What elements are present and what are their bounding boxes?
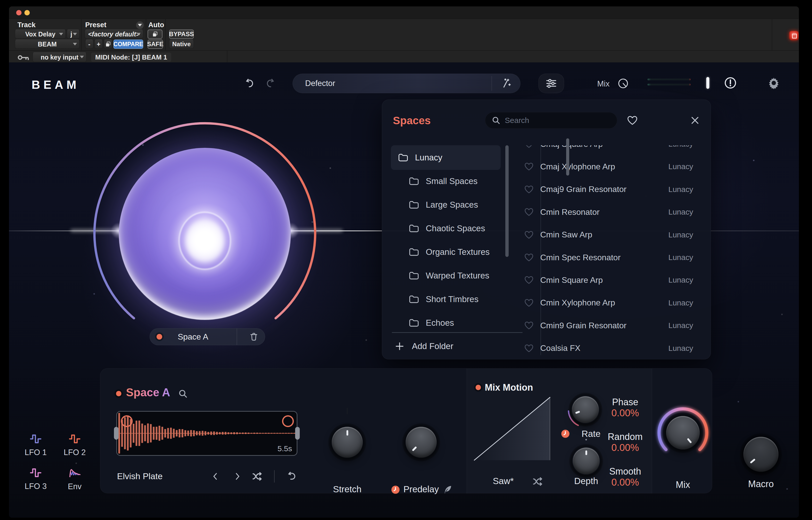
macro-knob[interactable]: [743, 437, 778, 472]
lfo3-button[interactable]: LFO 3: [17, 464, 55, 495]
preset-item[interactable]: Cmaj Square ArpLunacy: [521, 145, 708, 155]
plugin-selector[interactable]: BEAM: [15, 40, 80, 49]
lfo2-button[interactable]: LFO 2: [55, 430, 94, 461]
waveform-start-handle[interactable]: [121, 415, 133, 427]
folder-item-organic-textures[interactable]: Organic Textures: [391, 240, 501, 264]
random-value[interactable]: 0.00%: [587, 442, 664, 453]
automation-button[interactable]: [148, 29, 162, 39]
close-window-button[interactable]: [16, 10, 22, 16]
next-preset-button[interactable]: +: [95, 40, 103, 49]
space-search-button[interactable]: [176, 387, 190, 401]
delete-space-button[interactable]: [242, 329, 265, 345]
preset-wand-button[interactable]: [498, 78, 514, 90]
search-input[interactable]: [505, 116, 607, 125]
lfo-wave-display[interactable]: [472, 395, 552, 463]
previous-impulse-button[interactable]: [208, 469, 222, 484]
track-selector[interactable]: Vox Delay: [15, 29, 66, 39]
folder-icon: [408, 294, 420, 305]
envelope-icon: [66, 467, 83, 478]
folder-item-small-spaces[interactable]: Small Spaces: [391, 169, 501, 193]
folder-item-echoes[interactable]: Echoes: [391, 311, 501, 335]
output-meter-right: [648, 84, 690, 85]
mix-label: Mix: [657, 479, 709, 490]
heart-icon[interactable]: [524, 161, 534, 172]
copy-settings-button[interactable]: [104, 40, 112, 49]
bypass-button[interactable]: BYPASS: [169, 29, 194, 39]
randomize-wave-button[interactable]: [530, 474, 546, 489]
preset-item[interactable]: Cmin9 Grain ResonatorLunacy: [521, 314, 708, 337]
undo-button[interactable]: [243, 77, 256, 89]
previous-preset-button[interactable]: -: [85, 40, 94, 49]
preset-item[interactable]: Cmin Spec ResonatorLunacy: [521, 246, 708, 269]
folder-item-lunacy[interactable]: Lunacy: [391, 145, 501, 170]
waveform-end-handle[interactable]: [282, 415, 294, 427]
space-selector-chip[interactable]: Space A: [150, 328, 265, 345]
next-impulse-button[interactable]: [230, 469, 244, 484]
preset-item[interactable]: Cmin Saw ArpLunacy: [521, 224, 708, 246]
header-mix-knob[interactable]: [618, 78, 629, 89]
window-titlebar[interactable]: [9, 6, 799, 19]
favorites-filter-button[interactable]: [625, 113, 640, 128]
lfo-wave-icon: [28, 434, 44, 444]
preset-item[interactable]: Cmin Square ArpLunacy: [521, 269, 708, 291]
preset-scrollbar[interactable]: [566, 138, 569, 176]
preset-menu-button[interactable]: [136, 21, 144, 29]
impulse-waveform-display[interactable]: 5.5s: [116, 411, 297, 456]
redo-button[interactable]: [264, 77, 277, 89]
add-folder-button[interactable]: Add Folder: [394, 338, 477, 355]
limiter-button[interactable]: [724, 76, 737, 89]
output-gain-slider[interactable]: [706, 77, 709, 89]
preset-item[interactable]: Coalsia FXLunacy: [521, 337, 708, 357]
heart-icon[interactable]: [524, 298, 534, 308]
preset-item[interactable]: Cmaj9 Grain ResonatorLunacy: [521, 178, 708, 201]
plugin-window: Space A BEAM Defector: [9, 6, 799, 518]
factory-preset-selector[interactable]: <factory default>: [85, 29, 143, 39]
group-selector[interactable]: j: [67, 29, 80, 39]
settings-button[interactable]: [767, 76, 781, 89]
minimize-window-button[interactable]: [24, 10, 30, 16]
reset-impulse-button[interactable]: [285, 469, 300, 484]
heart-icon[interactable]: [524, 252, 534, 263]
heart-icon[interactable]: [524, 275, 534, 285]
close-browser-button[interactable]: [688, 113, 702, 127]
folder-item-short-timbres[interactable]: Short Timbres: [391, 287, 501, 312]
current-preset-field[interactable]: Defector: [293, 74, 521, 93]
heart-icon[interactable]: [524, 343, 534, 354]
browser-search[interactable]: [485, 112, 617, 129]
feather-button[interactable]: [441, 484, 453, 496]
smooth-value[interactable]: 0.00%: [587, 477, 664, 488]
stretch-knob[interactable]: [332, 427, 363, 458]
env-button[interactable]: Env: [55, 464, 94, 495]
waveform-right-grip[interactable]: [295, 427, 300, 440]
impulse-name[interactable]: Elvish Plate: [117, 471, 163, 481]
track-section-label: Track: [18, 21, 36, 29]
current-preset-name[interactable]: Defector: [293, 79, 335, 88]
wave-shape-label[interactable]: Saw*: [478, 476, 529, 486]
heart-icon[interactable]: [524, 184, 534, 194]
heart-icon[interactable]: [524, 230, 534, 240]
randomize-impulse-button[interactable]: [250, 469, 266, 484]
waveform-left-grip[interactable]: [114, 427, 119, 440]
preset-item[interactable]: Cmin Xylophone ArpLunacy: [521, 291, 708, 314]
folder-scrollbar[interactable]: [505, 145, 509, 257]
folder-item-chaotic-spaces[interactable]: Chaotic Spaces: [391, 216, 501, 241]
folder-item-warped-textures[interactable]: Warped Textures: [391, 263, 501, 288]
compare-button[interactable]: COMPARE: [113, 40, 143, 49]
heart-icon[interactable]: [524, 207, 534, 217]
space-chip-label[interactable]: Space A: [162, 332, 224, 342]
target-window-button[interactable]: [789, 31, 798, 40]
heart-icon[interactable]: [524, 145, 534, 149]
key-input-selector[interactable]: no key input: [33, 52, 86, 62]
mix-knob[interactable]: [666, 416, 700, 449]
search-icon: [177, 388, 189, 399]
advanced-panel-button[interactable]: [539, 74, 564, 93]
preset-item[interactable]: Cmaj Xylophone ArpLunacy: [521, 155, 708, 178]
folder-item-large-spaces[interactable]: Large Spaces: [391, 192, 501, 217]
preset-item[interactable]: Cmin ResonatorLunacy: [521, 201, 708, 223]
predelay-knob[interactable]: [406, 427, 437, 458]
native-button[interactable]: Native: [169, 40, 194, 49]
heart-icon[interactable]: [524, 320, 534, 331]
phase-value[interactable]: 0.00%: [587, 408, 664, 419]
safe-button[interactable]: SAFE: [148, 40, 163, 49]
lfo1-button[interactable]: LFO 1: [17, 430, 55, 461]
